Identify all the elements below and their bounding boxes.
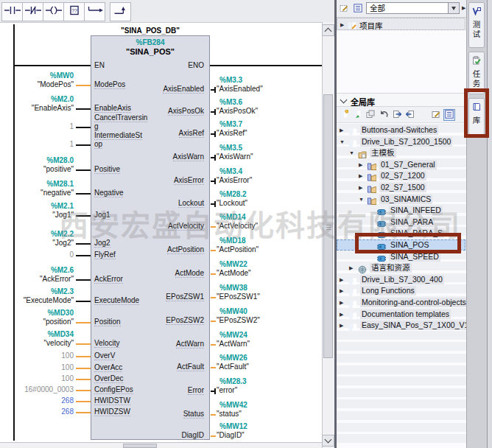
block-input-pin[interactable]: OverDec (94, 374, 123, 383)
tree-item-buttons-and-switches[interactable]: Buttons-and-Switches (360, 125, 438, 135)
tree-expand-arrow-icon[interactable]: ▶ (340, 127, 343, 133)
output-operand-name[interactable]: "DiagID" (217, 431, 245, 440)
block-input-pin[interactable]: Negative (94, 189, 123, 197)
output-operand-name[interactable]: "status" (217, 410, 242, 419)
output-operand-name[interactable]: "ActVelocity" (217, 222, 258, 231)
tree-expand-arrow-icon[interactable]: ▶ (359, 185, 362, 191)
library-filter-dropdown[interactable]: 全部 (366, 2, 460, 14)
tree-item-easy-sina-pos-s7-1x00-v15[interactable]: Easy_SINA_Pos_S7_1X00_V15 (360, 321, 474, 330)
scroll-down-button[interactable] (322, 435, 334, 447)
block-output-pin[interactable]: ActMode (92, 269, 204, 278)
input-operand-name[interactable]: "AckError" (0, 275, 74, 284)
tree-item-02-s7-1200[interactable]: 02_S7_1200 (379, 171, 426, 181)
tree-expand-arrow-icon[interactable]: ▶ (340, 288, 343, 294)
tab-测试[interactable]: 测试 (468, 2, 485, 48)
output-operand-name[interactable]: "EPosZSW1" (217, 293, 260, 301)
block-output-pin[interactable]: AxisError (92, 176, 204, 185)
tree-item-01-s7-general[interactable]: 01_S7_General (379, 160, 437, 169)
open-branch-button[interactable] (84, 2, 105, 21)
block-input-pin[interactable]: Jog1 (94, 211, 110, 220)
block-output-pin[interactable]: AxisWarn (92, 153, 204, 161)
output-operand-name[interactable]: "ActFault" (217, 363, 249, 371)
block-input-pin[interactable]: op (94, 140, 102, 149)
tree-expand-arrow-icon[interactable]: ▶ (340, 300, 343, 306)
block-output-pin[interactable]: Status (92, 410, 204, 419)
tree-expand-arrow-icon[interactable]: ▶ (340, 277, 343, 283)
output-operand-name[interactable]: "AxisError" (217, 176, 252, 185)
input-operand-name[interactable]: "negative" (0, 189, 74, 197)
block-input-pin[interactable]: Positive (94, 165, 120, 174)
input-operand-name[interactable]: "positive" (0, 165, 74, 174)
output-operand-name[interactable]: "AxisEnabled" (217, 85, 263, 94)
input-constant-value[interactable]: 268 (0, 396, 74, 405)
tree-item--[interactable]: 语言和资源 (370, 263, 412, 273)
block-input-pin[interactable]: OverV (94, 351, 115, 360)
input-operand-name[interactable]: "ModePos" (0, 80, 74, 89)
tree-expand-arrow-icon[interactable]: ▼ (340, 139, 345, 144)
block-output-pin[interactable]: AxisEnabled (92, 85, 204, 94)
input-operand-name[interactable]: "Jog1" (0, 211, 74, 220)
tree-expand-arrow-icon[interactable]: ▶ (340, 312, 343, 318)
export-button[interactable] (391, 109, 403, 121)
input-operand-name[interactable]: "ExecuteMode" (0, 296, 74, 305)
copy-pages-button[interactable] (365, 109, 376, 121)
output-operand-name[interactable]: "ActWarn" (217, 340, 250, 349)
import-button[interactable] (404, 109, 416, 121)
block-input-pin[interactable]: HWIDSTW (94, 396, 130, 405)
block-output-pin[interactable]: ActWarn (92, 340, 204, 349)
global-library-header[interactable]: 全局库 (337, 93, 466, 107)
scrollbar-thumb[interactable] (323, 94, 333, 358)
input-operand-name[interactable]: "Jog2" (0, 239, 74, 248)
block-output-pin[interactable]: Lockout (92, 199, 204, 208)
tree-item-long-functions[interactable]: Long Functions (360, 286, 416, 295)
create-library-button[interactable] (338, 109, 350, 121)
block-output-pin[interactable]: ActVelocity (92, 222, 204, 231)
tree-item-sina-para[interactable]: SINA_PARA (389, 217, 435, 227)
tree-item-sina-infeed[interactable]: SINA_INFEED (389, 206, 443, 215)
tree-item-drive-lib-s7-300-400[interactable]: Drive_Lib_S7_300_400 (360, 275, 444, 284)
block-output-pin[interactable]: ActPosition (92, 245, 204, 254)
close-branch-button[interactable] (110, 2, 131, 21)
undo-button[interactable] (378, 109, 390, 121)
output-operand-name[interactable]: "error" (217, 386, 237, 395)
panel-divider[interactable] (334, 0, 337, 448)
output-operand-name[interactable]: "EPosZSW2" (217, 316, 260, 325)
scroll-up-button[interactable] (322, 24, 334, 36)
input-constant-value[interactable]: 100 (0, 374, 74, 383)
tree-item--[interactable]: 主模板 (370, 148, 396, 158)
block-output-pin[interactable]: AxisRef (92, 129, 204, 138)
coil-button[interactable] (43, 2, 64, 21)
output-operand-name[interactable]: "AxisRef" (217, 129, 247, 138)
edit-library-button[interactable] (430, 109, 442, 121)
input-constant-value[interactable]: 268 (0, 407, 74, 416)
list-view-button[interactable] (443, 109, 455, 121)
input-operand-name[interactable]: "velocity" (0, 339, 74, 348)
tree-expand-arrow-icon[interactable]: ▼ (349, 150, 354, 155)
tree-item-monitoring-and-control-objects[interactable]: Monitoring-and-control-objects (360, 298, 468, 307)
tree-expand-arrow-icon[interactable]: ▶ (340, 323, 343, 329)
block-output-pin[interactable]: DiagID (92, 431, 204, 440)
input-constant-value[interactable]: 0 (0, 251, 74, 259)
input-constant-value[interactable]: 100 (0, 363, 74, 372)
normally-open-contact-button[interactable] (1, 2, 23, 21)
project-library-palette[interactable]: ▶ 项目库 (337, 18, 465, 30)
open-library-button[interactable] (351, 109, 363, 121)
tree-item-documentation-templates[interactable]: Documentation templates (360, 309, 451, 319)
tree-expand-arrow-icon[interactable]: ▼ (359, 197, 364, 202)
block-output-pin[interactable]: AxisPosOk (92, 107, 204, 116)
empty-box-button[interactable]: ?? (63, 2, 85, 21)
output-operand-name[interactable]: "AxisWarn" (217, 153, 253, 161)
input-constant-value[interactable]: 1 (0, 122, 74, 131)
block-output-pin[interactable]: EPosZSW1 (92, 293, 204, 301)
block-output-pin[interactable]: ActFault (92, 363, 204, 371)
hscroll-thumb[interactable] (123, 444, 157, 448)
input-constant-value[interactable]: 16#0000_0003 (0, 385, 74, 394)
edit-palette-icon[interactable] (338, 2, 350, 14)
output-operand-name[interactable]: "ActPosition" (217, 245, 259, 254)
expand-panel-arrow-icon[interactable]: ▶ (462, 5, 465, 11)
tree-expand-arrow-icon[interactable]: ▶ (349, 265, 353, 271)
input-constant-value[interactable]: 1 (0, 140, 74, 149)
canvas-horizontal-scrollbar[interactable] (0, 442, 322, 448)
tree-item-03-sinamics[interactable]: 03_SINAMICS (379, 195, 432, 204)
details-view-icon[interactable] (352, 2, 364, 14)
